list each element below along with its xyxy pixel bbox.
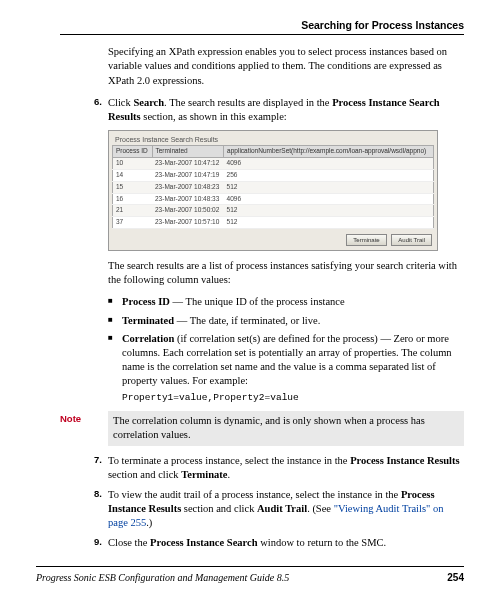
text: .) [146, 517, 152, 528]
screenshot-buttons: Terminate Audit Trail [112, 229, 434, 247]
table-row: 1623-Mar-2007 10:48:334096 [113, 193, 434, 205]
table-row: 3723-Mar-2007 10:57:10512 [113, 217, 434, 229]
step-text: Click Search. The search results are dis… [108, 96, 464, 124]
table-cell: 512 [224, 217, 434, 229]
bullet-icon: ■ [108, 295, 122, 309]
bold-term: Terminated [122, 315, 174, 326]
step-text: To terminate a process instance, select … [108, 454, 464, 482]
results-paragraph: The search results are a list of process… [108, 259, 464, 287]
text: section, as shown in this example: [141, 111, 287, 122]
page-footer: Progress Sonic ESB Configuration and Man… [36, 566, 464, 585]
audit-trail-button[interactable]: Audit Trail [391, 234, 432, 246]
step-text: To view the audit trail of a process ins… [108, 488, 464, 531]
table-cell: 4096 [224, 193, 434, 205]
step-number: 8. [88, 488, 108, 531]
table-cell: 23-Mar-2007 10:50:02 [152, 205, 224, 217]
list-item: ■ Terminated — The date, if terminated, … [108, 314, 464, 328]
text: . (See [307, 503, 334, 514]
intro-paragraph: Specifying an XPath expression enables y… [108, 45, 464, 88]
table-cell: 14 [113, 170, 153, 182]
col-terminated: Terminated [152, 146, 224, 158]
bold-term: Terminate [181, 469, 227, 480]
text: To view the audit trail of a process ins… [108, 489, 401, 500]
text: . The search results are displayed in th… [164, 97, 332, 108]
bold-term: Correlation [122, 333, 174, 344]
text: Close the [108, 537, 150, 548]
bold-term: Search [133, 97, 164, 108]
bullet-icon: ■ [108, 332, 122, 389]
bullet-icon: ■ [108, 314, 122, 328]
text: . [227, 469, 230, 480]
table-cell: 512 [224, 181, 434, 193]
text: section and click [108, 469, 181, 480]
table-cell: 23-Mar-2007 10:47:12 [152, 158, 224, 170]
bold-term: Audit Trail [257, 503, 307, 514]
footer-page-number: 254 [447, 571, 464, 585]
step-number: 7. [88, 454, 108, 482]
table-cell: 21 [113, 205, 153, 217]
list-item: ■ Process ID — The unique ID of the proc… [108, 295, 464, 309]
table-cell: 23-Mar-2007 10:57:10 [152, 217, 224, 229]
step-text: Close the Process Instance Search window… [108, 536, 464, 550]
col-process-id: Process ID [113, 146, 153, 158]
table-cell: 16 [113, 193, 153, 205]
table-cell: 4096 [224, 158, 434, 170]
table-cell: 37 [113, 217, 153, 229]
section-header: Searching for Process Instances [60, 18, 464, 32]
bold-term: Process Instance Search [150, 537, 258, 548]
header-rule [60, 34, 464, 35]
table-row: 1523-Mar-2007 10:48:23512 [113, 181, 434, 193]
step-8: 8. To view the audit trail of a process … [88, 488, 464, 531]
table-cell: 23-Mar-2007 10:47:19 [152, 170, 224, 182]
screenshot-title: Process Instance Search Results [112, 134, 434, 145]
text: — The date, if terminated, or live. [174, 315, 320, 326]
code-example: Property1=value,Property2=value [122, 392, 464, 405]
step-number: 6. [88, 96, 108, 124]
table-cell: 256 [224, 170, 434, 182]
text: section and click [181, 503, 257, 514]
table-cell: 10 [113, 158, 153, 170]
results-table: Process ID Terminated applicationNumberS… [112, 145, 434, 228]
list-item: ■ Correlation (if correlation set(s) are… [108, 332, 464, 389]
footer-doc-title: Progress Sonic ESB Configuration and Man… [36, 571, 289, 585]
table-row: 2123-Mar-2007 10:50:02512 [113, 205, 434, 217]
bold-term: Process Instance Results [350, 455, 459, 466]
search-results-screenshot: Process Instance Search Results Process … [108, 130, 438, 251]
column-bullet-list: ■ Process ID — The unique ID of the proc… [108, 295, 464, 388]
step-7: 7. To terminate a process instance, sele… [88, 454, 464, 482]
terminate-button[interactable]: Terminate [346, 234, 386, 246]
text: To terminate a process instance, select … [108, 455, 350, 466]
bold-term: Process ID [122, 296, 170, 307]
text: — The unique ID of the process instance [170, 296, 345, 307]
table-row: 1423-Mar-2007 10:47:19256 [113, 170, 434, 182]
col-correlation: applicationNumberSet(http://example.com/… [224, 146, 434, 158]
step-6: 6. Click Search. The search results are … [88, 96, 464, 124]
note-block: Note The correlation column is dynamic, … [60, 411, 464, 445]
table-cell: 23-Mar-2007 10:48:23 [152, 181, 224, 193]
text: Click [108, 97, 133, 108]
step-9: 9. Close the Process Instance Search win… [88, 536, 464, 550]
note-label: Note [60, 411, 108, 426]
table-cell: 15 [113, 181, 153, 193]
note-body: The correlation column is dynamic, and i… [108, 411, 464, 445]
table-cell: 23-Mar-2007 10:48:33 [152, 193, 224, 205]
table-cell: 512 [224, 205, 434, 217]
table-row: 1023-Mar-2007 10:47:124096 [113, 158, 434, 170]
text: window to return to the SMC. [258, 537, 387, 548]
step-number: 9. [88, 536, 108, 550]
